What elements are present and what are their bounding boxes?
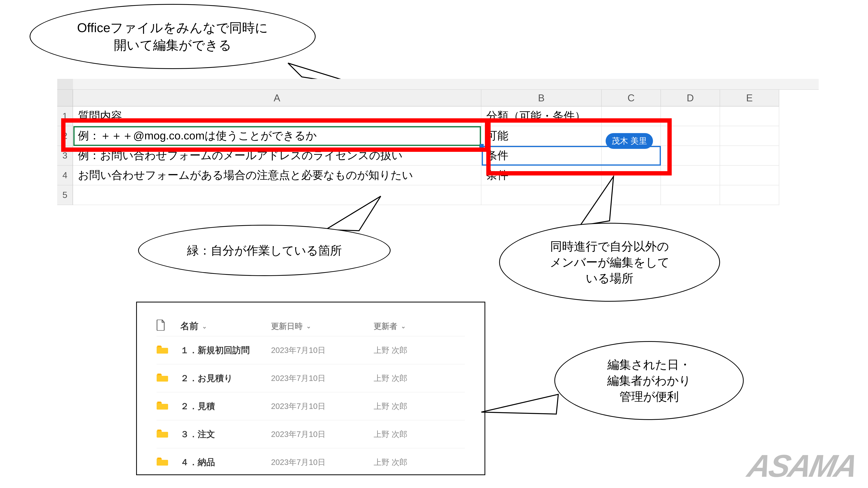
cell-A3[interactable]: 例：お問い合わせフォームのメールアドレスのライセンスの扱い bbox=[73, 146, 482, 166]
other-user-selection bbox=[482, 146, 661, 166]
file-list-header: 名前⌄ 更新日時⌄ 更新者⌄ bbox=[157, 316, 465, 336]
table-row: 5 bbox=[57, 185, 819, 205]
table-row: 1 質問内容 分類（可能・条件） bbox=[57, 106, 819, 126]
cell-B2[interactable]: 可能 bbox=[482, 126, 602, 146]
file-updater: 上野 次郎 bbox=[374, 429, 433, 440]
cell-E5[interactable] bbox=[720, 185, 779, 205]
callout-text-line: 編集された日・ bbox=[607, 357, 691, 373]
chevron-down-icon: ⌄ bbox=[306, 323, 311, 330]
callout-text-line: メンバーが編集をして bbox=[550, 254, 670, 270]
folder-icon bbox=[157, 401, 180, 412]
col-header-B[interactable]: B bbox=[482, 90, 602, 106]
file-updated: 2023年7月10日 bbox=[271, 457, 374, 468]
cell-E4[interactable] bbox=[720, 166, 779, 185]
file-header-updated[interactable]: 更新日時⌄ bbox=[271, 321, 374, 332]
cell-D4[interactable] bbox=[661, 166, 720, 185]
file-name: ２．見積 bbox=[180, 400, 271, 412]
cell-C1[interactable] bbox=[602, 106, 661, 126]
list-item[interactable]: ３．注文2023年7月10日上野 次郎 bbox=[157, 420, 465, 448]
col-header-E[interactable]: E bbox=[720, 90, 779, 106]
file-updater: 上野 次郎 bbox=[374, 345, 433, 356]
col-header-D[interactable]: D bbox=[661, 90, 720, 106]
file-updated: 2023年7月10日 bbox=[271, 373, 374, 384]
other-user-handle bbox=[480, 144, 484, 148]
cell-E3[interactable] bbox=[720, 146, 779, 166]
sheet-topstrip bbox=[73, 79, 819, 90]
callout-text-line: 緑：自分が作業している箇所 bbox=[187, 242, 342, 259]
file-updated: 2023年7月10日 bbox=[271, 401, 374, 412]
file-updated: 2023年7月10日 bbox=[271, 345, 374, 356]
callout-tail bbox=[479, 390, 562, 422]
folder-icon bbox=[157, 429, 180, 440]
callout-text-line: 管理が便利 bbox=[607, 389, 691, 404]
document-icon bbox=[157, 320, 165, 333]
file-updater: 上野 次郎 bbox=[374, 457, 433, 468]
other-user-name-pill: 茂木 美里 bbox=[606, 133, 653, 149]
svg-marker-2 bbox=[580, 176, 614, 226]
cell-D3[interactable] bbox=[661, 146, 720, 166]
list-item[interactable]: ２．お見積り2023年7月10日上野 次郎 bbox=[157, 364, 465, 392]
callout-office-coauthoring: Officeファイルをみんなで同時に 開いて編集ができる bbox=[30, 4, 316, 69]
file-list-panel: 名前⌄ 更新日時⌄ 更新者⌄ １．新規初回訪問2023年7月10日上野 次郎２．… bbox=[136, 302, 485, 475]
rowcol-gap bbox=[57, 90, 73, 106]
chevron-down-icon: ⌄ bbox=[202, 323, 207, 330]
file-updater: 上野 次郎 bbox=[374, 401, 433, 412]
row-header[interactable]: 4 bbox=[57, 166, 73, 185]
col-header-A[interactable]: A bbox=[73, 90, 482, 106]
callout-file-history: 編集された日・ 編集者がわかり 管理が便利 bbox=[554, 341, 744, 420]
table-row: 3 例：お問い合わせフォームのメールアドレスのライセンスの扱い 条件 bbox=[57, 146, 819, 166]
folder-icon bbox=[157, 457, 180, 468]
active-cell-outline bbox=[73, 126, 481, 146]
asama-logo: ASAMA bbox=[745, 448, 860, 484]
callout-other-editing: 同時進行で自分以外の メンバーが編集をして いる場所 bbox=[499, 223, 720, 302]
row-header[interactable]: 5 bbox=[57, 185, 73, 205]
callout-self-editing: 緑：自分が作業している箇所 bbox=[138, 225, 391, 276]
col-header-C[interactable]: C bbox=[602, 90, 661, 106]
svg-marker-1 bbox=[326, 196, 381, 231]
sheet-body: 1 質問内容 分類（可能・条件） 2 例：＋＋＋@mog.co.comは使うこと… bbox=[57, 106, 819, 205]
file-header-icon bbox=[157, 320, 180, 333]
sheet-corner bbox=[57, 79, 73, 90]
file-updater: 上野 次郎 bbox=[374, 373, 433, 384]
cell-B1[interactable]: 分類（可能・条件） bbox=[482, 106, 602, 126]
cell-D2[interactable] bbox=[661, 126, 720, 146]
callout-text-line: 開いて編集ができる bbox=[77, 36, 268, 54]
svg-marker-3 bbox=[482, 394, 558, 414]
file-name: ４．納品 bbox=[180, 456, 271, 468]
chevron-down-icon: ⌄ bbox=[401, 323, 406, 330]
file-header-updater[interactable]: 更新者⌄ bbox=[374, 321, 433, 332]
cell-A4[interactable]: お問い合わせフォームがある場合の注意点と必要なものが知りたい bbox=[73, 166, 482, 185]
folder-icon bbox=[157, 345, 180, 356]
cell-A5[interactable] bbox=[73, 185, 482, 205]
row-header[interactable]: 1 bbox=[57, 106, 73, 126]
callout-text-line: 編集者がわかり bbox=[607, 373, 691, 389]
list-item[interactable]: １．新規初回訪問2023年7月10日上野 次郎 bbox=[157, 336, 465, 364]
cell-D5[interactable] bbox=[661, 185, 720, 205]
file-name: ２．お見積り bbox=[180, 372, 271, 384]
list-item[interactable]: ２．見積2023年7月10日上野 次郎 bbox=[157, 392, 465, 420]
column-headers: A B C D E bbox=[57, 90, 819, 106]
folder-icon bbox=[157, 373, 180, 384]
callout-tail bbox=[576, 175, 627, 231]
callout-text-line: 同時進行で自分以外の bbox=[550, 238, 670, 254]
row-header[interactable]: 3 bbox=[57, 146, 73, 166]
table-row: 4 お問い合わせフォームがある場合の注意点と必要なものが知りたい 条件 bbox=[57, 166, 819, 185]
spreadsheet: A B C D E 1 質問内容 分類（可能・条件） 2 例：＋＋＋@mog.c… bbox=[57, 79, 819, 203]
file-updated: 2023年7月10日 bbox=[271, 429, 374, 440]
cell-E2[interactable] bbox=[720, 126, 779, 146]
file-name: １．新規初回訪問 bbox=[180, 345, 271, 356]
cell-A1[interactable]: 質問内容 bbox=[73, 106, 482, 126]
file-name: ３．注文 bbox=[180, 428, 271, 440]
cell-D1[interactable] bbox=[661, 106, 720, 126]
file-header-name[interactable]: 名前⌄ bbox=[180, 320, 271, 332]
cell-E1[interactable] bbox=[720, 106, 779, 126]
callout-text-line: Officeファイルをみんなで同時に bbox=[77, 19, 268, 36]
row-header[interactable]: 2 bbox=[57, 126, 73, 146]
list-item[interactable]: ４．納品2023年7月10日上野 次郎 bbox=[157, 448, 465, 476]
callout-text-line: いる場所 bbox=[550, 270, 670, 286]
